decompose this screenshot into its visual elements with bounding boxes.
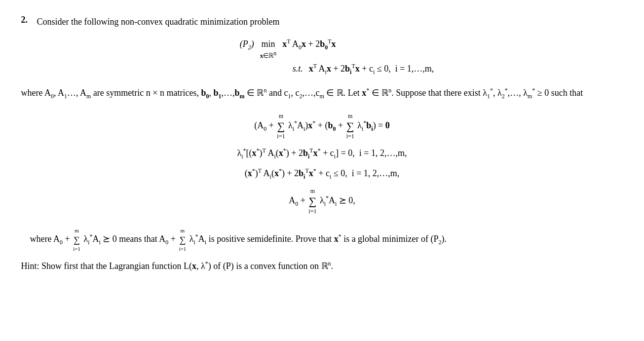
equation-4: A0 + m ∑ i=1 λi*Ai ⪰ 0, bbox=[289, 187, 355, 216]
p2-label: (P2) bbox=[240, 39, 254, 51]
sum-bottom-2: i=1 bbox=[346, 132, 354, 141]
eq4-formula: A0 + m ∑ i=1 λi*Ai ⪰ 0, bbox=[289, 187, 355, 216]
eq3-formula: (x*)T Ai(x*) + 2biTx* + ci ≤ 0, i = 1, 2… bbox=[245, 166, 400, 182]
sum-top-i2: m bbox=[181, 226, 185, 235]
sum-symbol-2: ∑ bbox=[346, 121, 354, 132]
st-label: s.t. bbox=[273, 64, 303, 74]
constraint-row: s.t. xT Aix + 2biTx + ci ≤ 0, i = 1,…,m, bbox=[273, 63, 434, 76]
objective-row: (P2) min x∈ℝn xT A0x + 2b0Tx bbox=[240, 38, 336, 60]
optimization-problem: (P2) min x∈ℝn xT A0x + 2b0Tx s.t. xT Aix… bbox=[240, 38, 434, 76]
eq2-formula: λi*[(x*)T Ai(x*) + 2biTx* + ci] = 0, i =… bbox=[237, 146, 407, 161]
conditions-block: where A0, A1…, Am are symmetric n × n ma… bbox=[21, 85, 623, 102]
where-text: where A0, A1…, Am are symmetric n × n ma… bbox=[21, 88, 583, 98]
objective-formula: xT A0x + 2b0Tx bbox=[282, 38, 336, 51]
constraint-formula: xT Aix + 2biTx + ci ≤ 0, i = 1,…,m, bbox=[309, 63, 434, 76]
problem-number: 2. bbox=[21, 15, 33, 25]
problem-container: 2. Consider the following non-convex qua… bbox=[21, 15, 623, 273]
min-subscript: x∈ℝn bbox=[260, 50, 277, 60]
sum-bottom-1: i=1 bbox=[277, 132, 285, 141]
problem-header: 2. Consider the following non-convex qua… bbox=[21, 15, 623, 29]
sum-bottom-3: i=1 bbox=[308, 207, 316, 216]
sum-symbol-3: ∑ bbox=[309, 196, 317, 207]
min-text: min bbox=[261, 39, 275, 49]
equation-2: λi*[(x*)T Ai(x*) + 2biTx* + ci] = 0, i =… bbox=[237, 146, 407, 161]
summation-inline-1: m ∑ i=1 bbox=[73, 226, 80, 253]
summation-3: m ∑ i=1 bbox=[308, 187, 316, 216]
equation-3: (x*)T Ai(x*) + 2biTx* + ci ≤ 0, i = 1, 2… bbox=[245, 166, 400, 182]
hint-text: Hint: Show first that the Lagrangian fun… bbox=[21, 261, 334, 271]
summation-inline-2: m ∑ i=1 bbox=[179, 226, 186, 253]
sum-symbol-i2: ∑ bbox=[179, 235, 186, 244]
equation-1: (A0 + m ∑ i=1 λi*Ai)x* + (b0 + m ∑ i=1 λ… bbox=[254, 112, 390, 141]
sum-symbol-1: ∑ bbox=[277, 121, 285, 132]
where2-text: where A0 + m ∑ i=1 λi*Ai ⪰ 0 means that … bbox=[21, 234, 447, 244]
equations-block: (A0 + m ∑ i=1 λi*Ai)x* + (b0 + m ∑ i=1 λ… bbox=[21, 112, 623, 216]
sum-symbol-i1: ∑ bbox=[74, 235, 80, 244]
summation-2: m ∑ i=1 bbox=[346, 112, 354, 141]
eq1-formula: (A0 + m ∑ i=1 λi*Ai)x* + (b0 + m ∑ i=1 λ… bbox=[254, 112, 390, 141]
sum-bottom-i2: i=1 bbox=[179, 244, 186, 254]
hint-block: Hint: Show first that the Lagrangian fun… bbox=[21, 259, 623, 274]
problem-intro: Consider the following non-convex quadra… bbox=[37, 15, 280, 29]
where-block-2: where A0 + m ∑ i=1 λi*Ai ⪰ 0 means that … bbox=[21, 226, 623, 253]
sum-bottom-i1: i=1 bbox=[73, 244, 80, 254]
min-operator: min x∈ℝn bbox=[260, 39, 277, 60]
sum-top-i1: m bbox=[75, 226, 79, 235]
summation-1: m ∑ i=1 bbox=[277, 112, 285, 141]
optimization-block: (P2) min x∈ℝn xT A0x + 2b0Tx s.t. xT Aix… bbox=[21, 38, 623, 76]
